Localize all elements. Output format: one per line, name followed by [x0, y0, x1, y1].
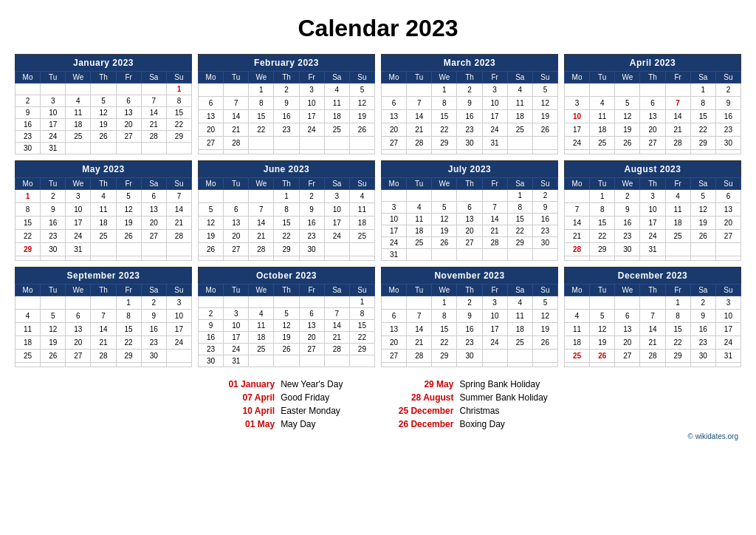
month-table-may: May 2023MoTuWeThFrSaSu123456789101112131… — [15, 160, 192, 261]
month-table-august: August 2023MoTuWeThFrSaSu123456789101112… — [564, 160, 741, 261]
month-table-february: February 2023MoTuWeThFrSaSu1234567891011… — [198, 54, 375, 154]
month-table-october: October 2023MoTuWeThFrSaSu12345678910111… — [198, 267, 375, 367]
holiday-row: 07 AprilGood Friday — [208, 392, 343, 403]
holiday-row: 28 AugustSummer Bank Holiday — [387, 392, 547, 403]
calendar-grid: January 2023MoTuWeThFrSaSu12345678910111… — [15, 54, 741, 367]
month-table-november: November 2023MoTuWeThFrSaSu1234567891011… — [381, 267, 558, 367]
holidays-section: 01 JanuaryNew Year's Day07 AprilGood Fri… — [15, 379, 741, 429]
month-table-march: March 2023MoTuWeThFrSaSu1234567891011121… — [381, 54, 558, 154]
holidays-left: 01 JanuaryNew Year's Day07 AprilGood Fri… — [208, 379, 343, 429]
holiday-row: 01 MayMay Day — [208, 419, 343, 429]
holiday-row: 10 AprilEaster Monday — [208, 406, 343, 416]
month-table-april: April 2023MoTuWeThFrSaSu1234567891011121… — [564, 54, 741, 154]
month-table-december: December 2023MoTuWeThFrSaSu1234567891011… — [564, 267, 741, 367]
holiday-row: 25 DecemberChristmas — [387, 406, 547, 416]
holiday-row: 29 MaySpring Bank Holiday — [387, 379, 547, 389]
holiday-row: 26 DecemberBoxing Day — [387, 419, 547, 429]
month-table-september: September 2023MoTuWeThFrSaSu123456789101… — [15, 267, 192, 367]
month-table-january: January 2023MoTuWeThFrSaSu12345678910111… — [15, 54, 192, 154]
holidays-right: 29 MaySpring Bank Holiday28 AugustSummer… — [387, 379, 547, 429]
month-table-june: June 2023MoTuWeThFrSaSu12345678910111213… — [198, 160, 375, 261]
wikidates-credit: © wikidates.org — [15, 432, 741, 440]
month-table-july: July 2023MoTuWeThFrSaSu12345678910111213… — [381, 160, 558, 261]
page-title: Calendar 2023 — [15, 15, 741, 42]
holiday-row: 01 JanuaryNew Year's Day — [208, 379, 343, 389]
